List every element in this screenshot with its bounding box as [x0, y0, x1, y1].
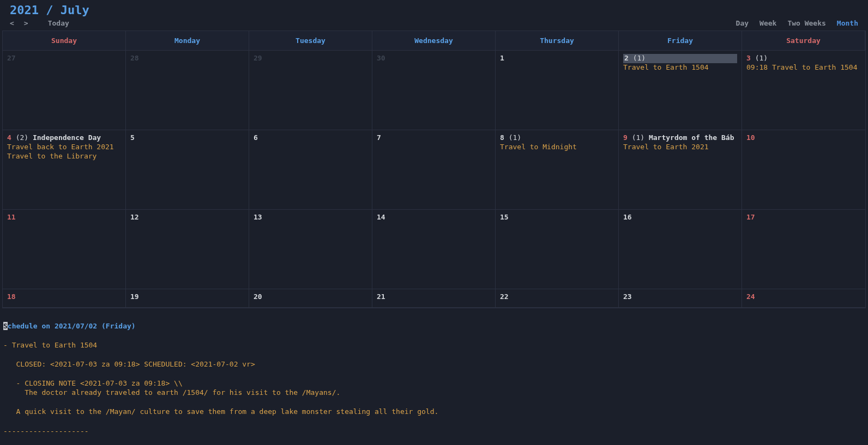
detail-closed-line: CLOSED: <2021-07-03 za 09:18> SCHEDULED:… — [3, 360, 255, 368]
day-cell[interactable]: 22 — [496, 289, 619, 308]
weekday-header: Saturday — [742, 31, 865, 51]
calendar-grid: SundayMondayTuesdayWednesdayThursdayFrid… — [2, 31, 866, 308]
detail-note-line2: The doctor already traveled to earth /15… — [3, 388, 340, 397]
day-cell[interactable]: 5 — [126, 130, 249, 210]
calendar-event[interactable]: Travel to the Library — [7, 152, 121, 161]
day-cell[interactable]: 30 — [372, 51, 496, 130]
calendar-event[interactable]: Travel to Earth 1504 — [623, 63, 737, 72]
day-cell[interactable]: 9 (1) Martyrdom of the BábTravel to Eart… — [619, 130, 742, 210]
calendar-event[interactable]: Travel back to Earth 2021 — [7, 143, 121, 152]
prev-button[interactable]: < — [10, 19, 14, 27]
calendar-title: 2021 / July — [0, 0, 868, 18]
view-month[interactable]: Month — [837, 19, 858, 27]
weekday-header: Thursday — [496, 31, 619, 51]
day-cell[interactable]: 17 — [742, 210, 865, 289]
day-cell[interactable]: 4 (2) Independence DayTravel back to Ear… — [3, 130, 126, 210]
day-cell[interactable]: 23 — [619, 289, 742, 308]
calendar-event[interactable]: 09:18 Travel to Earth 1504 — [746, 63, 861, 72]
today-button[interactable]: Today — [48, 19, 69, 27]
day-cell[interactable]: 18 — [3, 289, 126, 308]
day-cell[interactable]: 24 — [742, 289, 865, 308]
detail-item-title: - Travel to Earth 1504 — [3, 341, 97, 349]
day-cell[interactable]: 7 — [372, 130, 496, 210]
weekday-header: Monday — [126, 31, 249, 51]
day-cell[interactable]: 19 — [126, 289, 249, 308]
weekday-header: Wednesday — [372, 31, 496, 51]
detail-dashes: -------------------- — [3, 427, 89, 435]
day-cell[interactable]: 21 — [372, 289, 496, 308]
detail-desc: A quick visit to the /Mayan/ culture to … — [3, 407, 438, 416]
day-cell[interactable]: 10 — [742, 130, 865, 210]
day-cell[interactable]: 16 — [619, 210, 742, 289]
day-cell[interactable]: 8 (1)Travel to Midnight — [496, 130, 619, 210]
weekday-header: Tuesday — [249, 31, 372, 51]
detail-note-line1: - CLOSING NOTE <2021-07-03 za 09:18> \\ — [3, 379, 183, 387]
schedule-detail: Schedule on 2021/07/02 (Friday) - Travel… — [0, 308, 868, 436]
next-button[interactable]: > — [24, 19, 28, 27]
view-two-weeks[interactable]: Two Weeks — [787, 19, 825, 27]
weekday-header: Friday — [619, 31, 742, 51]
weekday-header: Sunday — [3, 31, 126, 51]
day-cell[interactable]: 15 — [496, 210, 619, 289]
day-cell[interactable]: 20 — [249, 289, 372, 308]
day-cell[interactable]: 1 — [496, 51, 619, 130]
day-cell[interactable]: 28 — [126, 51, 249, 130]
day-cell[interactable]: 11 — [3, 210, 126, 289]
detail-title: Schedule on 2021/07/02 (Friday) — [3, 322, 136, 330]
calendar-nav: < > Today Day Week Two Weeks Month — [0, 18, 868, 31]
day-cell[interactable]: 13 — [249, 210, 372, 289]
view-week[interactable]: Week — [760, 19, 776, 27]
day-cell[interactable]: 29 — [249, 51, 372, 130]
day-cell[interactable]: 2 (1)Travel to Earth 1504 — [619, 51, 742, 130]
calendar-event[interactable]: Travel to Midnight — [500, 143, 614, 152]
day-cell[interactable]: 12 — [126, 210, 249, 289]
day-cell[interactable]: 27 — [3, 51, 126, 130]
day-cell[interactable]: 14 — [372, 210, 496, 289]
calendar-event[interactable]: Travel to Earth 2021 — [623, 143, 737, 152]
day-cell[interactable]: 6 — [249, 130, 372, 210]
view-day[interactable]: Day — [736, 19, 749, 27]
day-cell[interactable]: 3 (1)09:18 Travel to Earth 1504 — [742, 51, 865, 130]
